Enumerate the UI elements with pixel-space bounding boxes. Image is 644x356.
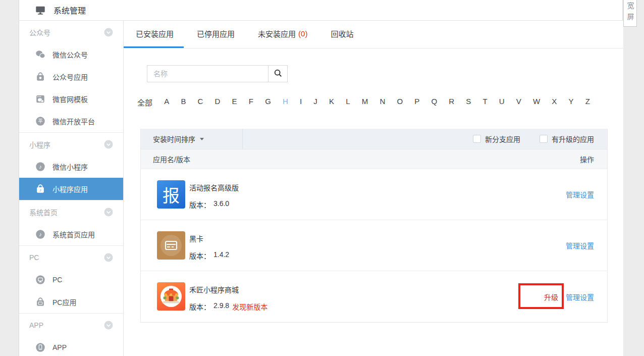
new-version-link[interactable]: 发现新版本 bbox=[232, 301, 267, 312]
apps-table: 安装时间排序 新分支应用 有升级的应用 应 bbox=[140, 129, 608, 323]
sidebar-item-label: 微官网模板 bbox=[52, 94, 88, 104]
manage-settings-link[interactable]: 管理设置 bbox=[566, 240, 594, 250]
sidebar: 公众号 微信公众号 公众号应用 微官 bbox=[19, 21, 124, 356]
template-icon bbox=[35, 93, 46, 105]
sidebar-section-gongzhonghao: 公众号 微信公众号 公众号应用 微官 bbox=[19, 21, 123, 132]
alphabet-letter-highlighted[interactable]: H bbox=[283, 97, 288, 108]
version-label: 版本： bbox=[189, 199, 210, 210]
alphabet-letter[interactable]: R bbox=[449, 97, 454, 108]
tab-uninstalled-apps[interactable]: 未安装应用 (0) bbox=[248, 21, 317, 48]
toolbar-divider bbox=[242, 129, 243, 149]
alphabet-letter[interactable]: Y bbox=[569, 97, 574, 108]
app-version: 版本： 2.9.8 发现新版本 bbox=[189, 301, 267, 312]
alphabet-letter[interactable]: K bbox=[329, 97, 334, 108]
platform-icon: 平 bbox=[35, 116, 46, 127]
alphabet-letter[interactable]: X bbox=[552, 97, 557, 108]
sidebar-section-header[interactable]: 系统首页 bbox=[19, 200, 123, 223]
app-icon-baoming: 报 bbox=[157, 180, 185, 209]
alphabet-letter[interactable]: V bbox=[516, 97, 521, 108]
alphabet-letter[interactable]: E bbox=[232, 97, 237, 108]
widescreen-toggle[interactable]: 宽屏 bbox=[623, 0, 637, 27]
alphabet-letter[interactable]: U bbox=[499, 97, 505, 108]
alphabet-letter[interactable]: P bbox=[414, 97, 419, 108]
search-button[interactable] bbox=[268, 65, 288, 82]
sidebar-item-label: 小程序应用 bbox=[52, 184, 88, 194]
tab-bar: 已安装应用 已停用应用 未安装应用 (0) 回收站 bbox=[124, 21, 623, 48]
sidebar-section-header[interactable]: 小程序 bbox=[19, 133, 123, 156]
sidebar-item-system-home-apps[interactable]: ♪ 系统首页应用 bbox=[19, 223, 123, 245]
manage-settings-link[interactable]: 管理设置 bbox=[566, 292, 594, 302]
alphabet-letter[interactable]: J bbox=[313, 97, 317, 108]
miniprogram-icon: ♪ bbox=[35, 161, 46, 172]
column-header-actions: 操作 bbox=[580, 154, 594, 164]
chevron-down-icon[interactable] bbox=[103, 27, 114, 38]
chevron-down-icon[interactable] bbox=[103, 139, 114, 150]
version-label: 版本： bbox=[189, 301, 210, 312]
sidebar-section-header[interactable]: 公众号 bbox=[19, 21, 123, 43]
bag-icon bbox=[35, 296, 46, 308]
content-area: 已安装应用 已停用应用 未安装应用 (0) 回收站 全部 A bbox=[124, 21, 623, 356]
sidebar-section-header[interactable]: APP bbox=[19, 314, 123, 336]
chevron-down-icon[interactable] bbox=[103, 320, 114, 331]
search-icon bbox=[274, 69, 283, 79]
sidebar-item-wechat-official[interactable]: 微信公众号 bbox=[19, 43, 123, 66]
table-row: 黑卡 版本： 1.4.2 管理设置 bbox=[141, 220, 607, 271]
alphabet-letter[interactable]: A bbox=[164, 97, 169, 108]
sidebar-item-miniprogram-apps[interactable]: ♪ 小程序应用 bbox=[19, 178, 123, 200]
checkbox-upgradable[interactable] bbox=[540, 135, 548, 143]
widescreen-label: 宽屏 bbox=[627, 2, 634, 24]
sort-dropdown[interactable]: 安装时间排序 bbox=[141, 129, 204, 149]
alphabet-letter[interactable]: G bbox=[265, 97, 271, 108]
upgrade-link[interactable]: 升级 bbox=[544, 292, 558, 302]
version-value: 1.4.2 bbox=[213, 250, 229, 261]
checkbox-new-branch[interactable] bbox=[473, 135, 481, 143]
alphabet-letter[interactable]: C bbox=[198, 97, 203, 108]
tab-label: 已停用应用 bbox=[197, 28, 235, 39]
sort-label: 安装时间排序 bbox=[153, 134, 195, 144]
sidebar-item-app[interactable]: APP bbox=[19, 336, 123, 356]
manage-settings-link[interactable]: 管理设置 bbox=[566, 189, 594, 199]
sidebar-item-label: 微信小程序 bbox=[52, 162, 88, 172]
alphabet-letter[interactable]: W bbox=[533, 97, 540, 108]
app-icon-glyph: 报 bbox=[163, 182, 180, 207]
app-version: 版本： 3.6.0 bbox=[189, 199, 229, 210]
alphabet-letter[interactable]: I bbox=[300, 97, 302, 108]
alphabet-letter[interactable]: F bbox=[249, 97, 253, 108]
tab-installed-apps[interactable]: 已安装应用 bbox=[124, 21, 184, 48]
alphabet-letter[interactable]: D bbox=[215, 97, 221, 108]
sidebar-item-label: APP bbox=[52, 343, 67, 351]
page-title: 系统管理 bbox=[53, 4, 86, 16]
app-name: 黑卡 bbox=[189, 233, 203, 243]
alphabet-letter[interactable]: O bbox=[397, 97, 403, 108]
alphabet-letter[interactable]: B bbox=[181, 97, 186, 108]
sidebar-item-official-apps[interactable]: 公众号应用 bbox=[19, 66, 123, 88]
alphabet-letter[interactable]: N bbox=[380, 97, 385, 108]
filter-new-branch-apps[interactable]: 新分支应用 bbox=[473, 134, 520, 144]
chevron-down-icon[interactable] bbox=[103, 207, 114, 218]
alphabet-letter[interactable]: M bbox=[362, 97, 368, 108]
sidebar-item-micro-site-template[interactable]: 微官网模板 bbox=[19, 88, 123, 110]
sidebar-item-pc-apps[interactable]: PC应用 bbox=[19, 291, 123, 313]
alphabet-letter[interactable]: 全部 bbox=[137, 97, 152, 108]
row-actions: 管理设置 bbox=[566, 169, 594, 220]
alphabet-letter[interactable]: Q bbox=[431, 97, 437, 108]
search-input[interactable] bbox=[147, 65, 268, 82]
app-icon-heika bbox=[157, 231, 185, 260]
tab-recycle-bin[interactable]: 回收站 bbox=[320, 21, 363, 48]
sidebar-section-pc: PC PC PC应用 bbox=[19, 245, 123, 313]
filter-label: 新分支应用 bbox=[485, 134, 520, 144]
sidebar-item-wechat-open-platform[interactable]: 平 微信开放平台 bbox=[19, 110, 123, 132]
table-row: 禾匠小程序商城 版本： 2.9.8 发现新版本 升级 管理设置 bbox=[141, 271, 607, 322]
sidebar-section-header[interactable]: PC bbox=[19, 246, 123, 269]
sidebar-item-pc[interactable]: PC bbox=[19, 269, 123, 291]
alphabet-letter[interactable]: T bbox=[482, 97, 487, 108]
alphabet-letter[interactable]: Z bbox=[585, 97, 590, 108]
app-version: 版本： 1.4.2 bbox=[189, 250, 229, 261]
sidebar-item-wechat-miniprogram[interactable]: ♪ 微信小程序 bbox=[19, 156, 123, 178]
alphabet-letter[interactable]: L bbox=[346, 97, 350, 108]
chevron-down-icon[interactable] bbox=[103, 252, 114, 263]
tab-disabled-apps[interactable]: 已停用应用 bbox=[187, 21, 245, 48]
filter-upgradable-apps[interactable]: 有升级的应用 bbox=[540, 134, 594, 144]
alphabet-letter[interactable]: S bbox=[466, 97, 471, 108]
svg-text:♪: ♪ bbox=[39, 164, 42, 170]
